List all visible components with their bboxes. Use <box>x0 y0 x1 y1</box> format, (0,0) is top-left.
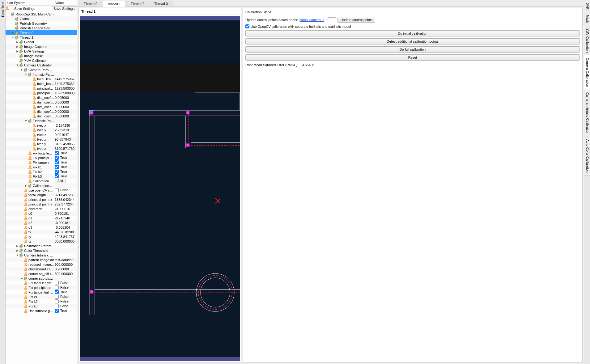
tree-checkbox[interactable] <box>55 165 59 169</box>
tree-row[interactable]: Fix k1 True <box>6 165 77 169</box>
left-dock-tab[interactable]: Data-Tree <box>0 0 6 364</box>
tree-checkbox[interactable] <box>55 160 59 164</box>
global-camera-link[interactable]: global camera id <box>299 18 325 22</box>
tree-checkbox[interactable] <box>55 299 59 303</box>
update-control-button[interactable]: Update control points <box>337 17 375 23</box>
tree-toggle-icon[interactable]: ▼ <box>20 68 23 71</box>
tree-row[interactable]: Fix principl... True <box>6 155 77 160</box>
tree-row[interactable]: tz3500.000000 <box>6 239 77 243</box>
tree-row[interactable]: rvec y2.232319 <box>6 128 77 132</box>
tree-toggle-icon[interactable]: ▶ <box>15 249 19 252</box>
opencv-checkbox[interactable] <box>245 24 249 28</box>
tree-row[interactable]: q1-0.713946 <box>6 216 77 220</box>
tree-toggle-icon[interactable]: ▶ <box>11 31 15 34</box>
tree-toggle-icon[interactable]: ▶ <box>15 244 19 248</box>
tree-row[interactable]: ▶Thread 0 <box>6 30 77 35</box>
full-calib-button[interactable]: Do full calibration <box>245 46 580 53</box>
tree-row[interactable]: YUV Calibrator <box>6 58 77 63</box>
camera-view[interactable] <box>80 16 240 361</box>
tree-row[interactable]: focal_lengt...1449.275362 <box>6 77 77 81</box>
tree-toggle-icon[interactable]: ▶ <box>15 45 19 48</box>
tree-toggle-icon[interactable]: ▼ <box>15 254 19 257</box>
tree-row[interactable]: Fix focal le... True <box>6 151 77 155</box>
tree-row[interactable]: ▶Calibration... <box>6 183 77 188</box>
tree-row[interactable]: rvec x-2.184230 <box>6 123 77 128</box>
tree-row[interactable]: q00.700181 <box>6 211 77 216</box>
thread-tab[interactable]: Thread 2 <box>126 1 149 6</box>
tree-row[interactable]: rvec z0.001047 <box>6 132 77 137</box>
thread-tab[interactable]: Thread 1 <box>103 1 125 7</box>
tree-row[interactable]: dist_coeff_p10.000000 <box>6 104 77 109</box>
tree-row[interactable]: Image Mask <box>6 53 77 58</box>
tree-checkbox[interactable] <box>55 174 59 178</box>
tree-row[interactable]: q3-0.005204 <box>6 225 77 230</box>
tree-row[interactable]: Fix tangen... True <box>6 160 77 165</box>
tree-row[interactable]: ▶Calibration Param... <box>6 243 77 248</box>
initial-calib-button[interactable]: Do initial calibration <box>245 30 580 36</box>
tree-row[interactable]: dist_coeff_k30.000000 <box>6 114 77 118</box>
tree-row[interactable]: ▶corner sub pixel d... <box>6 276 77 281</box>
reset-button[interactable]: Reset <box>245 54 580 61</box>
tree-row[interactable]: Fix k2 True <box>6 169 77 174</box>
thread-tab[interactable]: Thread 3 <box>150 1 172 6</box>
tree-row[interactable]: tx-479.078280 <box>6 230 77 234</box>
tree-row[interactable]: q2-0.000481 <box>6 220 77 225</box>
tree-row[interactable]: ▶DVR Settings <box>6 49 77 53</box>
tree-row[interactable]: RoboCup SSL Multi-Cam <box>6 12 77 16</box>
tree-row[interactable]: principal point y762.377224 <box>6 202 77 206</box>
tree-checkbox[interactable] <box>55 170 59 174</box>
tree-row[interactable]: principal_p...1023.500000 <box>6 91 77 95</box>
tree-row[interactable]: dist_coeff_k10.005000 <box>6 95 77 100</box>
tree-add-button[interactable]: Add <box>55 179 66 183</box>
tree-checkbox[interactable] <box>55 188 59 192</box>
tree-row[interactable]: reduced image wi...900.000000 <box>6 262 77 267</box>
tree-checkbox[interactable] <box>55 156 59 160</box>
save-settings-button[interactable]: Save Settings! <box>52 6 77 11</box>
tree-row[interactable]: ▼Camera Calibrator <box>6 63 77 67</box>
tree-checkbox[interactable] <box>55 281 59 285</box>
right-tab[interactable]: DVR <box>584 0 590 12</box>
tree-row[interactable]: Publish Geometry <box>6 21 77 26</box>
tree-row[interactable]: corner sq_diff th...500.000000 <box>6 271 77 276</box>
tree-row[interactable]: principal point x1358.042344 <box>6 197 77 202</box>
tree-row[interactable]: Fix k1 False <box>6 294 77 299</box>
tree-row[interactable]: Global <box>6 16 77 21</box>
right-tab[interactable]: Mask <box>584 12 590 26</box>
tree-row[interactable]: pattern image dirtest-data/int... <box>6 257 77 262</box>
tree-row[interactable]: ▼Intrinsic Para... <box>6 72 77 77</box>
tree-row[interactable]: Fix tangential dist... True <box>6 290 77 294</box>
tree-row[interactable]: principal_p...1223.500000 <box>6 86 77 91</box>
tree-row[interactable]: ▶Image Capture <box>6 44 77 49</box>
tree-row[interactable]: Fix principle point False <box>6 285 77 290</box>
tree-row[interactable]: use openCV c... False <box>6 188 77 193</box>
tree-checkbox[interactable] <box>55 304 59 308</box>
tree-toggle-icon[interactable]: ▼ <box>11 36 15 39</box>
tree-toggle-icon[interactable]: ▼ <box>24 119 28 122</box>
right-tab[interactable]: Camera Calibration <box>584 55 590 90</box>
tree-checkbox[interactable] <box>55 290 59 294</box>
tree-row[interactable]: Use intrinsic guess True <box>6 308 77 313</box>
tree-row[interactable]: chessboard captu...0.200000 <box>6 267 77 271</box>
tree-row[interactable]: tvec x96.857943 <box>6 137 77 142</box>
right-tab[interactable]: YUV Calibration <box>584 26 590 55</box>
right-tab[interactable]: Camera Intrinsic Calibration <box>584 90 590 137</box>
opencv-label[interactable]: Use OpenCV calibration with separate int… <box>251 25 351 28</box>
tree-row[interactable]: Fix k2 False <box>6 299 77 304</box>
detect-points-button[interactable]: Detect additional calibration points <box>245 38 580 44</box>
right-tab[interactable]: Auto Color Calibration <box>584 137 590 176</box>
tree-checkbox[interactable] <box>55 151 59 155</box>
tree-toggle-icon[interactable]: ▶ <box>15 40 19 44</box>
tree-row[interactable]: ▼Thread 1 <box>6 35 77 40</box>
tree-row[interactable]: Fix focal length False <box>6 281 77 285</box>
tree-scroll[interactable]: Save SettingsSave Settings!RoboCup SSL M… <box>6 6 77 364</box>
tree-row[interactable]: tvec z6190.571769 <box>6 146 77 151</box>
tree-toggle-icon[interactable]: ▶ <box>24 184 28 187</box>
tree-row[interactable]: tvec y3135.458855 <box>6 142 77 146</box>
tree-toggle-icon[interactable]: ▼ <box>24 73 28 76</box>
camera-id-input[interactable] <box>328 17 336 22</box>
tree-row[interactable]: dist_coeff_p20.000000 <box>6 109 77 114</box>
tree-checkbox[interactable] <box>55 295 59 299</box>
tree-toggle-icon[interactable]: ▶ <box>20 277 23 280</box>
tree-toggle-icon[interactable]: ▼ <box>15 64 19 67</box>
tree-row[interactable]: focal_lengt...1449.275362 <box>6 81 77 86</box>
